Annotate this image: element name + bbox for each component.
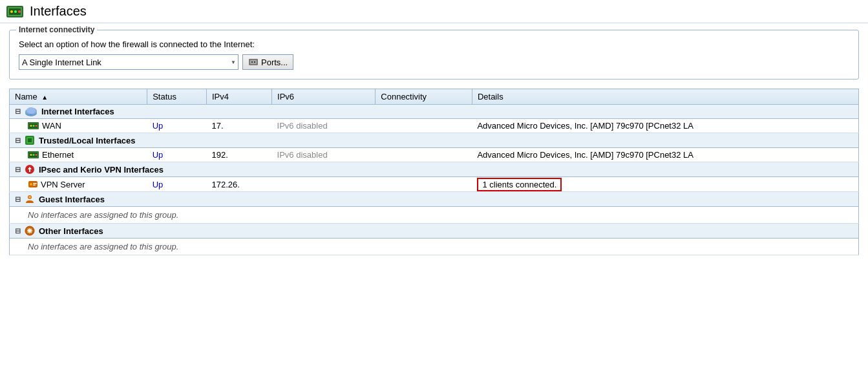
interfaces-header-icon	[6, 5, 25, 19]
col-ipv6: IPv6	[272, 89, 376, 105]
wan-details: Advanced Micro Devices, Inc. [AMD] 79c97…	[472, 119, 858, 133]
group-other-label: Other Interfaces	[39, 226, 103, 236]
vpn-server-ipv6	[272, 177, 376, 192]
group-trusted-label: Trusted/Local Interfaces	[39, 136, 136, 145]
expand-icon-other[interactable]: ⊟	[15, 227, 21, 235]
other-group-icon	[25, 226, 35, 236]
page-wrapper: Interfaces Internet connectivity Select …	[0, 0, 868, 373]
row-ethernet[interactable]: Ethernet Up 192. IPv6 disabled Advanced …	[10, 148, 859, 162]
svg-point-35	[28, 196, 31, 198]
interfaces-table: Name ▲ Status IPv4 IPv6 Connectivity Det…	[9, 89, 859, 255]
group-trusted[interactable]: ⊟ Trusted/Local Interfaces	[10, 133, 859, 148]
ethernet-icon	[28, 151, 39, 159]
wan-ipv4: 17.	[206, 119, 271, 133]
guest-empty-row: No interfaces are assigned to this group…	[10, 207, 859, 224]
wan-name: WAN	[42, 121, 61, 131]
guest-group-icon	[25, 194, 35, 204]
svg-point-19	[36, 125, 37, 127]
sort-arrow-name: ▲	[41, 94, 48, 101]
svg-point-3	[10, 10, 13, 13]
col-details: Details	[472, 89, 858, 105]
wan-icon	[28, 122, 39, 130]
other-empty-row: No interfaces are assigned to this group…	[10, 239, 859, 255]
expand-icon-guest[interactable]: ⊟	[15, 195, 21, 204]
vpn-server-name: VPN Server	[41, 180, 85, 189]
ethernet-ipv6: IPv6 disabled	[272, 148, 376, 162]
expand-icon-trusted[interactable]: ⊟	[15, 136, 21, 145]
ethernet-details: Advanced Micro Devices, Inc. [AMD] 79c97…	[472, 148, 858, 162]
guest-empty-message: No interfaces are assigned to this group…	[10, 207, 859, 224]
svg-point-28	[36, 154, 37, 156]
svg-point-31	[30, 183, 32, 186]
wan-ipv6: IPv6 disabled	[272, 119, 376, 133]
page-title: Interfaces	[30, 4, 87, 19]
group-ipsec-label: IPsec and Kerio VPN Interfaces	[39, 165, 164, 175]
vpn-clients-badge: 1 clients connected.	[477, 178, 562, 191]
vpn-server-details: 1 clients connected.	[472, 177, 858, 192]
connectivity-controls: A Single Internet Link Ports...	[19, 54, 849, 70]
vpn-server-status: Up	[147, 177, 207, 192]
svg-point-27	[33, 154, 35, 156]
svg-rect-22	[28, 138, 32, 142]
connectivity-legend: Internet connectivity	[16, 25, 97, 34]
svg-rect-32	[33, 183, 37, 184]
ethernet-name: Ethernet	[42, 150, 74, 160]
row-wan[interactable]: WAN Up 17. IPv6 disabled Advanced Micro …	[10, 119, 859, 133]
vpn-server-connectivity	[376, 177, 472, 192]
svg-point-18	[33, 125, 35, 127]
expand-icon-ipsec[interactable]: ⊟	[15, 165, 21, 174]
connectivity-section: Internet connectivity Select an option o…	[9, 30, 859, 80]
trusted-group-icon	[25, 135, 35, 145]
svg-rect-33	[33, 185, 36, 186]
vpnserver-icon	[28, 179, 38, 189]
group-guest[interactable]: ⊟ Guest Interfaces	[10, 192, 859, 207]
ethernet-connectivity	[376, 148, 472, 162]
vpn-server-ipv4: 172.26.	[206, 177, 271, 192]
svg-point-5	[18, 10, 21, 13]
main-content: Internet connectivity Select an option o…	[0, 23, 868, 262]
ports-button[interactable]: Ports...	[242, 54, 293, 70]
col-ipv4: IPv4	[206, 89, 271, 105]
row-vpn-server[interactable]: VPN Server Up 172.26. 1 clients connecte…	[10, 177, 859, 192]
svg-point-26	[30, 154, 32, 156]
internet-link-select-wrapper[interactable]: A Single Internet Link	[19, 54, 238, 70]
svg-point-4	[14, 10, 17, 13]
svg-rect-7	[250, 60, 257, 64]
vpn-group-icon	[25, 164, 35, 175]
wan-status: Up	[147, 119, 207, 133]
ports-button-label: Ports...	[261, 58, 288, 67]
group-guest-label: Guest Interfaces	[39, 195, 105, 204]
svg-rect-9	[254, 61, 255, 63]
other-empty-message: No interfaces are assigned to this group…	[10, 239, 859, 255]
page-header: Interfaces	[0, 0, 868, 23]
ethernet-ipv4: 192.	[206, 148, 271, 162]
wan-connectivity	[376, 119, 472, 133]
connectivity-description: Select an option of how the firewall is …	[19, 39, 849, 49]
group-internet[interactable]: ⊟ Internet Interfaces	[10, 105, 859, 119]
table-header-row: Name ▲ Status IPv4 IPv6 Connectivity Det…	[10, 89, 859, 105]
group-ipsec[interactable]: ⊟ IPsec and Kerio VPN Interfaces	[10, 162, 859, 177]
svg-point-17	[30, 125, 32, 127]
col-connectivity: Connectivity	[376, 89, 472, 105]
cloud-group-icon	[25, 107, 37, 116]
svg-rect-8	[251, 61, 253, 63]
svg-point-13	[26, 107, 36, 114]
col-status: Status	[147, 89, 207, 105]
ethernet-status: Up	[147, 148, 207, 162]
group-internet-label: Internet Interfaces	[41, 107, 114, 116]
ports-icon	[248, 57, 259, 67]
internet-link-select[interactable]: A Single Internet Link	[19, 54, 238, 70]
col-name[interactable]: Name ▲	[10, 89, 147, 105]
expand-icon-internet[interactable]: ⊟	[15, 107, 21, 116]
group-other[interactable]: ⊟ Other Interfaces	[10, 224, 859, 239]
